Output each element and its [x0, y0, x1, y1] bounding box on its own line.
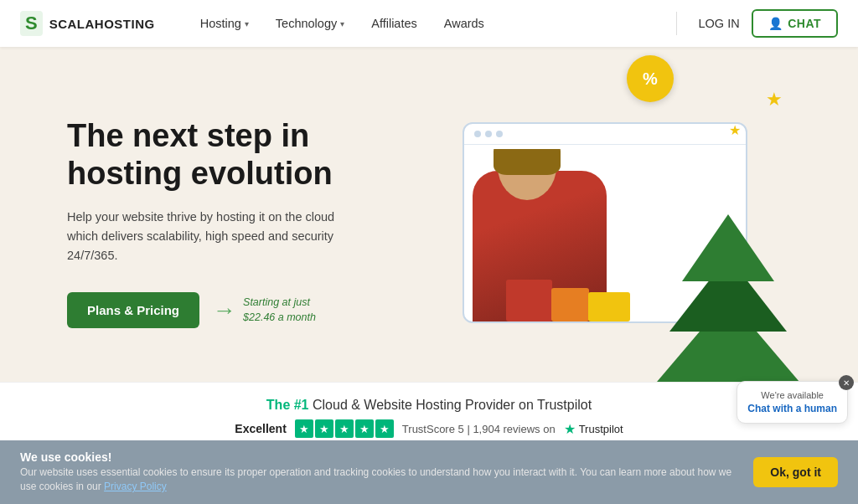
star-icon-2: ★ — [729, 122, 741, 138]
hero-subtitle: Help your website thrive by hosting it o… — [67, 208, 335, 266]
chevron-down-icon: ▾ — [340, 19, 344, 28]
hero-content: The next step in hosting evolution Help … — [67, 117, 419, 328]
trust-stars: ★ ★ ★ ★ ★ — [295, 419, 394, 438]
browser-dots — [464, 124, 746, 145]
chat-widget: ✕ We're available Chat with a human — [737, 381, 848, 424]
chevron-down-icon: ▾ — [245, 19, 249, 28]
browser-dot-1 — [474, 131, 481, 137]
navbar: S SCALAHOSTING Hosting ▾ Technology ▾ Af… — [0, 0, 858, 47]
cookie-description: Our website uses essential cookies to en… — [20, 465, 740, 494]
chat-available-text: We're available — [747, 390, 837, 400]
chat-human-link[interactable]: Chat with a human — [747, 403, 837, 414]
logo-icon: S — [20, 11, 43, 36]
chat-widget-close-button[interactable]: ✕ — [839, 375, 854, 390]
hero-title: The next step in hosting evolution — [67, 117, 419, 193]
nav-technology[interactable]: Technology ▾ — [264, 10, 356, 37]
percent-badge: % — [627, 55, 674, 102]
trust-star-3: ★ — [335, 419, 354, 438]
trustpilot-star-icon: ★ — [564, 421, 576, 437]
nav-awards[interactable]: Awards — [432, 10, 496, 37]
trust-star-5: ★ — [375, 419, 394, 438]
cookie-text-area: We use cookies! Our website uses essenti… — [20, 450, 740, 494]
hero-image: % ★ ★ — [419, 80, 791, 365]
chat-button[interactable]: 👤 CHAT — [752, 9, 838, 38]
trust-title: The #1 Cloud & Website Hosting Provider … — [0, 398, 858, 413]
cookie-accept-button[interactable]: Ok, got it — [753, 457, 838, 487]
trustpilot-logo: ★ Trustpilot — [564, 421, 623, 437]
browser-dot-2 — [485, 131, 492, 137]
nav-affiliates[interactable]: Affiliates — [359, 10, 429, 37]
trust-star-2: ★ — [315, 419, 333, 438]
trust-star-1: ★ — [295, 419, 313, 438]
nav-hosting[interactable]: Hosting ▾ — [189, 10, 261, 37]
hero-cta-row: Plans & Pricing ← Starting at just $22.4… — [67, 292, 419, 328]
christmas-tree — [657, 214, 799, 382]
arrow-price-hint: ← Starting at just $22.46 a month — [213, 296, 316, 325]
starting-price: Starting at just $22.46 a month — [243, 296, 316, 325]
cookie-title: We use cookies! — [20, 450, 740, 464]
plans-pricing-button[interactable]: Plans & Pricing — [67, 292, 199, 328]
hero-section: The next step in hosting evolution Help … — [0, 47, 858, 382]
star-icon-1: ★ — [766, 89, 783, 111]
trust-excellent-label: Excellent — [235, 422, 286, 435]
chat-icon: 👤 — [768, 17, 783, 30]
login-button[interactable]: LOG IN — [687, 10, 752, 37]
logo[interactable]: S SCALAHOSTING — [20, 11, 155, 36]
brand-name: SCALAHOSTING — [49, 17, 155, 31]
arrow-icon: ← — [213, 297, 236, 324]
privacy-policy-link[interactable]: Privacy Policy — [104, 481, 167, 492]
trust-score: TrustScore 5 | 1,904 reviews on — [402, 423, 556, 435]
nav-divider — [676, 12, 677, 35]
trust-row: Excellent ★ ★ ★ ★ ★ TrustScore 5 | 1,904… — [0, 419, 858, 438]
browser-dot-3 — [496, 131, 503, 137]
nav-links: Hosting ▾ Technology ▾ Affiliates Awards — [189, 10, 666, 37]
trust-star-4: ★ — [355, 419, 374, 438]
cookie-banner: We use cookies! Our website uses essenti… — [0, 440, 858, 504]
